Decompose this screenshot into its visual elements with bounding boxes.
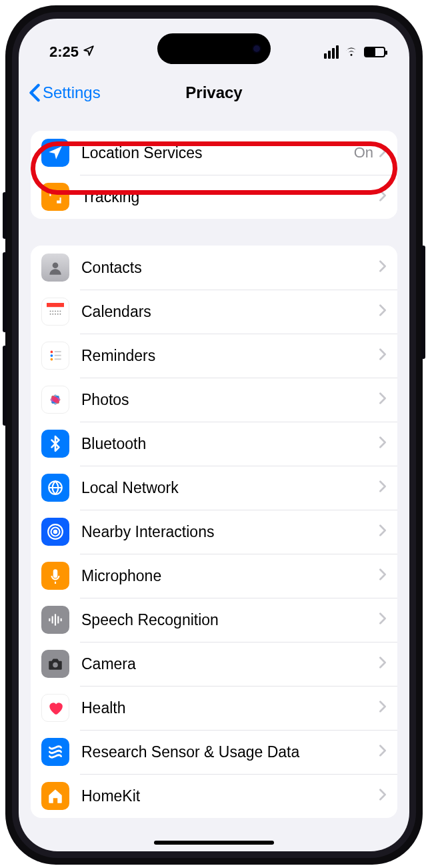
chevron-right-icon [379,436,387,451]
row-label: Microphone [81,567,379,585]
row-label: Health [81,699,379,717]
chevron-right-icon [379,304,387,319]
row-label: Photos [81,391,379,409]
row-nearby-interactions[interactable]: Nearby Interactions [31,510,397,554]
back-label: Settings [43,83,101,102]
row-value: On [354,144,373,161]
row-homekit[interactable]: HomeKit [31,774,397,818]
svg-point-10 [57,314,59,315]
page-title: Privacy [185,83,242,102]
chevron-right-icon [379,612,387,627]
power-button [421,246,425,359]
screen: 2:25 Settings [19,19,409,851]
chevron-right-icon [379,524,387,539]
location-arrow-icon [41,139,69,167]
chevron-right-icon [379,745,387,759]
location-arrow-icon [83,43,95,61]
svg-point-3 [52,310,53,312]
chevron-right-icon [379,789,387,803]
row-label: Camera [81,655,379,673]
row-label: Tracking [81,188,379,206]
row-camera[interactable]: Camera [31,642,397,686]
phone-bezel: 2:25 Settings [12,12,416,858]
svg-rect-33 [55,614,56,625]
status-time: 2:25 [49,43,79,61]
nav-bar: Settings Privacy [19,68,409,117]
row-label: Calendars [81,303,379,321]
row-location-services[interactable]: Location Services On [31,131,397,175]
dynamic-island [157,33,271,64]
reminders-icon [41,342,69,370]
row-research-sensor[interactable]: Research Sensor & Usage Data [31,730,397,774]
row-label: Contacts [81,259,379,277]
row-bluetooth[interactable]: Bluetooth [31,422,397,466]
wifi-icon [344,43,359,61]
health-icon [41,694,69,722]
svg-point-11 [60,314,61,315]
back-button[interactable]: Settings [28,83,101,102]
row-label: Speech Recognition [81,611,379,629]
svg-rect-16 [55,355,61,356]
cellular-signal-icon [324,45,339,59]
row-health[interactable]: Health [31,686,397,730]
camera-icon [41,650,69,678]
local-network-icon [41,474,69,502]
svg-rect-1 [47,303,64,307]
phone-frame: 2:25 Settings [5,5,423,865]
svg-point-13 [51,354,53,357]
svg-rect-32 [52,616,53,624]
svg-point-8 [52,314,53,315]
svg-point-7 [50,314,51,315]
microphone-icon [41,562,69,590]
svg-point-0 [53,262,59,268]
row-speech-recognition[interactable]: Speech Recognition [31,598,397,642]
row-label: Research Sensor & Usage Data [81,743,379,761]
battery-icon [364,47,385,57]
row-label: Nearby Interactions [81,523,379,541]
svg-rect-31 [49,618,50,621]
row-photos[interactable]: Photos [31,378,397,422]
chevron-right-icon [379,657,387,671]
speech-icon [41,606,69,634]
svg-point-5 [57,310,59,312]
row-label: Local Network [81,479,379,497]
svg-point-36 [53,663,58,668]
row-microphone[interactable]: Microphone [31,554,397,598]
svg-point-12 [51,351,53,354]
contacts-icon [41,254,69,282]
svg-rect-17 [55,358,61,360]
row-label: Bluetooth [81,435,379,453]
chevron-right-icon [379,568,387,583]
row-calendars[interactable]: Calendars [31,290,397,334]
mute-switch [3,192,7,239]
chevron-right-icon [379,392,387,407]
home-indicator[interactable] [154,841,274,845]
svg-point-4 [55,310,56,312]
svg-rect-34 [57,616,59,624]
row-reminders[interactable]: Reminders [31,334,397,378]
svg-rect-30 [53,569,58,578]
chevron-right-icon [379,145,387,160]
chevron-right-icon [379,189,387,204]
svg-point-9 [55,314,56,315]
row-label: Location Services [81,144,354,162]
svg-rect-35 [61,618,62,621]
row-local-network[interactable]: Local Network [31,466,397,510]
svg-point-14 [51,358,53,361]
bluetooth-icon [41,430,69,458]
chevron-right-icon [379,701,387,715]
row-tracking[interactable]: Tracking [31,175,397,219]
photos-icon [41,386,69,414]
row-contacts[interactable]: Contacts [31,246,397,290]
svg-point-6 [60,310,61,312]
volume-up-button [3,252,7,332]
chevron-right-icon [379,348,387,363]
svg-point-2 [50,310,51,312]
settings-group-2: Contacts Calendars Reminders [31,246,397,818]
calendars-icon [41,298,69,326]
tracking-icon [41,183,69,211]
row-label: HomeKit [81,787,379,805]
volume-down-button [3,346,7,426]
research-icon [41,738,69,766]
camera-lens-icon [252,44,261,53]
